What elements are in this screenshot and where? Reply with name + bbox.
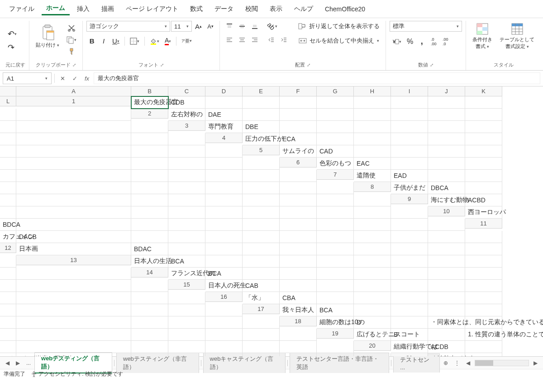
cell-J8[interactable] [280,194,317,206]
cell-K12[interactable] [465,243,502,255]
percent-button[interactable]: % [405,36,415,47]
cell-I15[interactable] [0,292,16,304]
increase-font-button[interactable]: A▴ [193,21,204,32]
row-header-6[interactable]: 6 [280,158,317,167]
row-header-9[interactable]: 9 [391,194,428,204]
cell-D5[interactable] [391,145,428,158]
cell-K11[interactable] [428,231,465,243]
cell-D16[interactable] [354,292,391,304]
col-header-H[interactable]: H [354,86,391,96]
cell-F9[interactable] [168,206,205,219]
cell-H7[interactable] [168,182,205,194]
cell-A14[interactable]: フランス近代の [168,268,205,280]
row-header-19[interactable]: 19 [317,329,354,339]
cell-C4[interactable] [317,133,354,145]
undo-button[interactable]: ↶▾ [5,28,19,40]
cell-H1[interactable] [391,96,428,109]
cell-J20[interactable] [280,353,317,356]
cell-G18[interactable] [16,329,131,341]
enter-edit-button[interactable]: ✓ [70,74,80,83]
cell-B12[interactable]: BDAC [131,243,168,255]
cell-B4[interactable]: ECA [280,133,317,145]
cell-I12[interactable] [391,243,428,255]
cell-A19[interactable]: 広げるとテニスコート [354,329,391,341]
cell-A15[interactable]: 日本人の死生 [205,280,243,292]
cell-L14[interactable] [131,280,168,292]
row-header-17[interactable]: 17 [243,304,280,314]
cell-A12[interactable]: 日本画 [16,243,131,255]
cell-K9[interactable] [354,206,391,219]
cell-H11[interactable] [317,231,354,243]
cell-J19[interactable] [243,341,280,353]
cell-K1[interactable] [0,109,16,121]
cell-G5[interactable] [0,158,16,170]
cell-F19[interactable] [16,341,131,353]
align-center-button[interactable] [236,35,248,45]
cell-E11[interactable] [205,231,243,243]
cell-E6[interactable] [465,158,502,170]
decrease-decimal-button[interactable]: .00.0 [440,36,451,48]
cell-A7[interactable]: 遣隋使 [354,170,391,182]
horizontal-scrollbar[interactable]: ◀ ▶ [463,359,540,367]
cell-F8[interactable] [131,194,168,206]
paste-button[interactable]: 貼り付け ▾ [33,21,62,50]
cell-I2[interactable] [465,109,502,121]
increase-indent-button[interactable] [278,35,290,45]
cell-C5[interactable] [354,145,391,158]
cell-G1[interactable] [354,96,391,109]
cell-K10[interactable] [391,219,428,231]
comma-button[interactable]: , [416,35,427,48]
cell-D15[interactable] [317,280,354,292]
cell-A20[interactable]: 組織行動学では [391,341,428,353]
align-top-button[interactable] [224,21,235,31]
cell-I5[interactable] [131,158,168,170]
cell-D20[interactable]: 2. たとえば炭素の同素体には [0,353,16,356]
cell-C15[interactable] [280,280,317,292]
cell-F10[interactable] [205,219,243,231]
cell-E7[interactable] [0,182,16,194]
copy-button[interactable]: ▾ [64,34,79,45]
cell-E9[interactable] [131,206,168,219]
cut-button[interactable] [64,23,79,33]
row-header-16[interactable]: 16 [205,292,243,302]
cell-C3[interactable] [280,121,317,133]
cell-J12[interactable] [428,243,465,255]
cell-C18[interactable] [391,316,428,329]
row-header-13[interactable]: 13 [16,255,131,265]
cell-A6[interactable]: 色彩のもつ [317,158,354,170]
menu-data[interactable]: データ [210,3,238,15]
row-header-8[interactable]: 8 [354,182,391,192]
cell-G4[interactable] [465,133,502,145]
cell-C19[interactable] [428,329,465,341]
cell-D9[interactable] [16,206,131,219]
cell-I16[interactable] [16,304,131,316]
cell-I4[interactable] [16,145,131,158]
cell-K7[interactable] [280,182,317,194]
cell-B8[interactable]: DBCA [428,182,465,194]
cell-I19[interactable] [205,341,243,353]
cell-B15[interactable]: CAB [243,280,280,292]
decrease-font-button[interactable]: A▾ [205,21,216,31]
cell-A10[interactable]: 西ヨーロッパ [465,206,502,219]
cell-D3[interactable] [317,121,354,133]
cell-E15[interactable] [354,280,391,292]
cell-H10[interactable] [280,219,317,231]
cell-D19[interactable]: 1. 性質の違う単体のことで [465,329,502,341]
row-header-10[interactable]: 10 [428,206,465,216]
cell-E17[interactable] [428,304,465,316]
cell-I10[interactable] [317,219,354,231]
cell-J10[interactable] [354,219,391,231]
cell-D7[interactable] [465,170,502,182]
align-right-button[interactable] [249,35,261,45]
menu-help[interactable]: ヘルプ [290,3,318,15]
menu-insert[interactable]: 挿入 [72,3,94,15]
cell-H5[interactable] [16,158,131,170]
cell-J11[interactable] [391,231,428,243]
cell-K3[interactable] [131,133,168,145]
cell-L13[interactable] [16,268,131,280]
cell-D13[interactable] [243,255,280,268]
cell-G20[interactable] [168,353,205,356]
ruby-button[interactable]: ア亜▾ [179,36,194,46]
cell-G10[interactable] [243,219,280,231]
cell-L17[interactable] [243,316,280,329]
